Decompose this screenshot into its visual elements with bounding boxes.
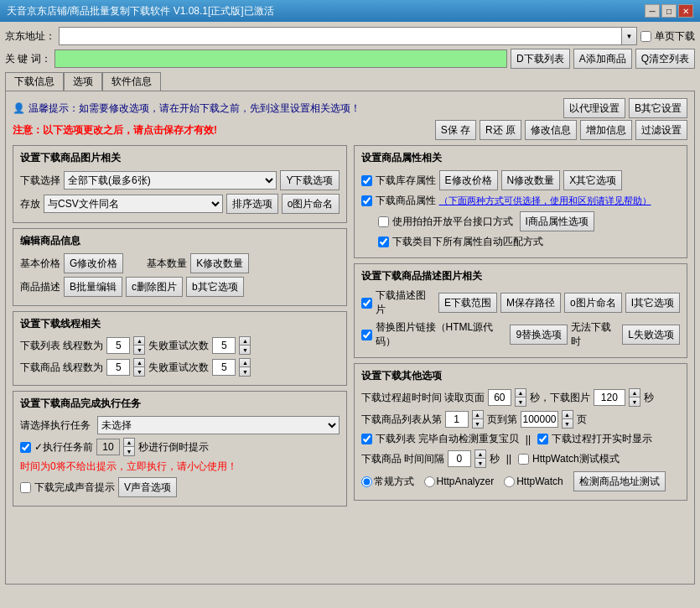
auto-match-checkbox[interactable]: [378, 236, 389, 247]
download-list-threads-input[interactable]: 5: [106, 337, 130, 354]
download-list-retry-input[interactable]: [212, 337, 236, 354]
save-button[interactable]: S保 存: [435, 120, 476, 140]
save-location-input[interactable]: 与CSV文件同名: [44, 195, 223, 213]
download-product-threads-spinner[interactable]: ▲ ▼: [133, 358, 145, 377]
download-list-button[interactable]: D下载列表: [511, 49, 570, 69]
list-end-input[interactable]: [521, 411, 558, 428]
radio-http-watch[interactable]: HttpWatch: [504, 475, 563, 487]
download-product-retry-input[interactable]: [212, 359, 236, 376]
test-button[interactable]: 检测商品地址测试: [573, 471, 666, 491]
edit-price-attr-button[interactable]: E修改价格: [439, 170, 498, 190]
list-start-spinner[interactable]: ▲ ▼: [472, 410, 484, 429]
edit-price-button[interactable]: G修改价格: [64, 253, 123, 273]
address-dropdown[interactable]: ▼: [622, 27, 637, 45]
keyword-label: 关 键 词：: [5, 52, 51, 66]
tab-software[interactable]: 软件信息: [102, 72, 161, 91]
spinner-up[interactable]: ▲: [630, 389, 640, 398]
download-select-input[interactable]: 全部下载(最多6张): [64, 171, 277, 190]
replace-options-button[interactable]: 9替换选项: [510, 325, 568, 345]
replace-img-checkbox[interactable]: [361, 330, 372, 340]
warehouse-attr-checkbox[interactable]: [361, 175, 372, 186]
spinner-up[interactable]: ▲: [475, 450, 485, 459]
edit-qty-button[interactable]: K修改数量: [190, 253, 249, 273]
spinner-down[interactable]: ▼: [134, 346, 144, 354]
execute-before-spinner[interactable]: ▲ ▼: [123, 438, 135, 456]
other-options-button[interactable]: b其它选项: [186, 277, 244, 297]
api-mode-checkbox[interactable]: [378, 216, 389, 227]
minimize-button[interactable]: ─: [645, 4, 660, 18]
spinner-down[interactable]: ▼: [473, 419, 483, 428]
tab-options[interactable]: 选项: [64, 72, 102, 91]
spinner-down[interactable]: ▼: [240, 346, 250, 354]
auto-show-checkbox[interactable]: [537, 434, 548, 444]
add-product-button[interactable]: A添加商品: [573, 49, 632, 69]
spinner-up[interactable]: ▲: [124, 439, 134, 447]
sort-options-button[interactable]: 排序选项: [226, 194, 278, 214]
clear-list-button[interactable]: Q清空列表: [635, 49, 695, 69]
proxy-settings-button[interactable]: 以代理设置: [563, 98, 625, 118]
other-options-attr-button[interactable]: X其它选项: [563, 170, 622, 190]
download-list-threads-spinner[interactable]: ▲ ▼: [133, 336, 145, 355]
radio-normal[interactable]: 常规方式: [361, 475, 414, 489]
edit-qty-attr-button[interactable]: N修改数量: [501, 170, 561, 190]
timeout-img-spinner[interactable]: ▲ ▼: [629, 388, 640, 407]
spinner-down[interactable]: ▼: [475, 459, 485, 467]
radio-http-analyzer[interactable]: HttpAnalyzer: [424, 475, 495, 487]
image-naming-button[interactable]: o图片命名: [282, 194, 340, 214]
spinner-up[interactable]: ▲: [240, 337, 250, 346]
download-range-button[interactable]: E下载范围: [438, 293, 497, 313]
sound-options-button[interactable]: V声音选项: [118, 477, 177, 497]
product-attr-checkbox[interactable]: [361, 195, 372, 206]
download-list-retry-spinner[interactable]: ▲ ▼: [239, 336, 251, 355]
list-end-spinner[interactable]: ▲ ▼: [562, 410, 573, 429]
http-watch-checkbox[interactable]: [518, 454, 529, 465]
spinner-down[interactable]: ▼: [630, 398, 640, 406]
execute-before-input[interactable]: [96, 439, 120, 455]
desc-img-checkbox[interactable]: [361, 298, 372, 309]
add-info-button[interactable]: 增加信息: [580, 120, 632, 140]
sound-prompt-checkbox[interactable]: [20, 482, 31, 493]
attr-help-link[interactable]: （下面两种方式可供选择，使用和区别请详见帮助）: [439, 195, 651, 207]
timeout-img-input[interactable]: [594, 389, 625, 406]
product-attr-options-button[interactable]: I商品属性选项: [520, 211, 594, 231]
restore-button[interactable]: R还 原: [480, 120, 521, 140]
spinner-down[interactable]: ▼: [134, 367, 144, 376]
keyword-input[interactable]: [54, 49, 507, 68]
spinner-up[interactable]: ▲: [516, 389, 526, 398]
batch-edit-button[interactable]: B批量编辑: [64, 277, 122, 297]
other-settings-button[interactable]: B其它设置: [629, 98, 687, 118]
tab-download[interactable]: 下载信息: [5, 72, 64, 91]
spinner-down[interactable]: ▼: [240, 367, 250, 376]
delete-img-button[interactable]: c删除图片: [126, 277, 183, 297]
interval-spinner[interactable]: ▲ ▼: [474, 450, 486, 468]
task-select-input[interactable]: 未选择: [97, 416, 340, 434]
spinner-up[interactable]: ▲: [473, 411, 483, 419]
img-naming-button[interactable]: o图片命名: [564, 293, 622, 313]
spinner-down[interactable]: ▼: [563, 419, 573, 428]
single-page-checkbox[interactable]: [640, 31, 651, 42]
edit-info-button[interactable]: 修改信息: [525, 120, 577, 140]
download-product-retry-spinner[interactable]: ▲ ▼: [239, 358, 251, 377]
spinner-up[interactable]: ▲: [134, 337, 144, 346]
title-bar-title: 天音京东店铺/商品批量复制下载软件 V1.08.1[正式版]已激活: [7, 4, 274, 18]
auto-detect-checkbox[interactable]: [361, 434, 372, 444]
list-start-input[interactable]: [445, 411, 469, 428]
interval-input[interactable]: [448, 450, 471, 467]
address-input[interactable]: [59, 27, 622, 45]
spinner-down[interactable]: ▼: [124, 447, 134, 455]
spinner-down[interactable]: ▼: [516, 398, 526, 406]
save-path-button[interactable]: M保存路径: [500, 293, 561, 313]
maximize-button[interactable]: □: [661, 4, 677, 18]
timeout-page-spinner[interactable]: ▲ ▼: [515, 388, 526, 407]
fail-options-button[interactable]: L失败选项: [622, 325, 680, 345]
filter-settings-button[interactable]: 过滤设置: [635, 120, 687, 140]
spinner-up[interactable]: ▲: [240, 359, 250, 367]
download-options-button[interactable]: Y下载选项: [280, 170, 339, 190]
execute-before-checkbox[interactable]: [20, 442, 31, 453]
spinner-up[interactable]: ▲: [134, 359, 144, 367]
download-product-threads-input[interactable]: [106, 359, 130, 376]
other-options-desc-button[interactable]: I其它选项: [625, 293, 680, 313]
close-button[interactable]: ✕: [678, 4, 693, 18]
timeout-page-input[interactable]: [488, 389, 511, 406]
spinner-up[interactable]: ▲: [563, 411, 573, 419]
